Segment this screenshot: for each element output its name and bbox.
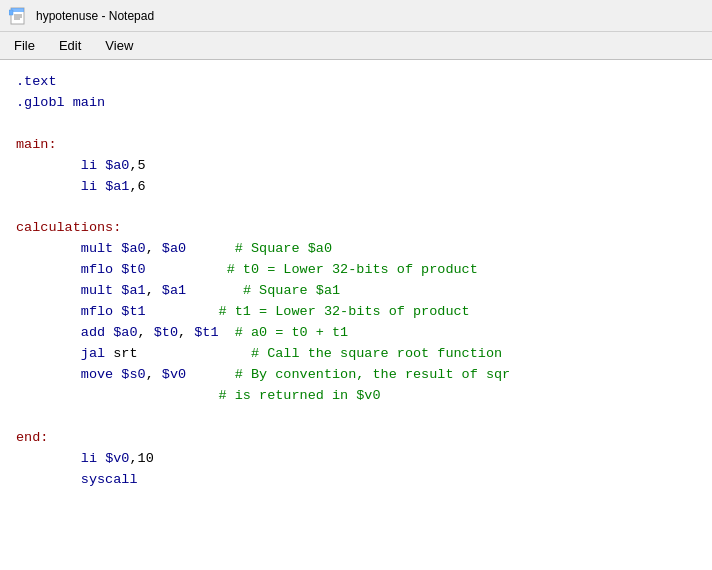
menu-view[interactable]: View [95,36,143,55]
menu-file[interactable]: File [4,36,45,55]
menu-bar: File Edit View [0,32,712,60]
menu-edit[interactable]: Edit [49,36,91,55]
notepad-app-icon [8,6,28,26]
window-title: hypotenuse - Notepad [36,9,154,23]
svg-rect-2 [9,10,13,15]
editor-area[interactable]: .text .globl main main: li $a0,5 li $a1,… [0,60,712,570]
title-bar: hypotenuse - Notepad [0,0,712,32]
